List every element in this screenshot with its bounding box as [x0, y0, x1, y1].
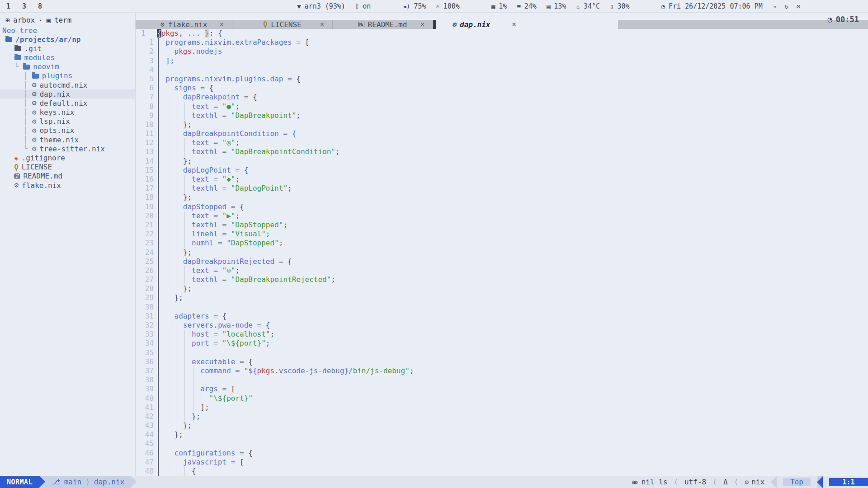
code-line[interactable]: 7 dapBreakpoint = {	[136, 93, 868, 102]
code-line[interactable]: 1{pkgs, ... }: {	[136, 29, 868, 38]
code-line[interactable]: 31 adapters = {	[136, 312, 868, 321]
tree-item-opts-nix[interactable]: │⚙opts.nix	[0, 126, 135, 135]
code-line[interactable]: 45	[136, 439, 868, 448]
tree-item-label: keys.nix	[39, 108, 74, 117]
logout-icon[interactable]: ⇥	[773, 3, 776, 10]
tree-item-lsp-nix[interactable]: │⚙lsp.nix	[0, 117, 135, 126]
code-line[interactable]: 40 "\${port}"	[136, 394, 868, 403]
tree-item-autocmd-nix[interactable]: │⚙autocmd.nix	[0, 80, 135, 89]
tree-item-projects-ar-np[interactable]: /projects/ar/np	[0, 35, 135, 44]
code-line[interactable]: 15 dapLogPoint = {	[136, 166, 868, 175]
code-line[interactable]: 20 text = "▶";	[136, 211, 868, 221]
reboot-icon[interactable]: ↻	[784, 3, 788, 10]
tree-item-default-nix[interactable]: │⚙default.nix	[0, 99, 135, 108]
code-text: host = "localhost";	[157, 330, 274, 338]
code-line[interactable]: 37 command = "${pkgs.vscode-js-debug}/bi…	[136, 366, 868, 375]
code-line[interactable]: 42 };	[136, 412, 868, 421]
code-line[interactable]: 29 };	[136, 293, 868, 302]
tree-item-flake-nix[interactable]: ⚙flake.nix	[0, 181, 135, 190]
code-line[interactable]: 27 texthl = "DapBreakpointRejected";	[136, 275, 868, 284]
code-line[interactable]: 24 };	[136, 248, 868, 257]
code-line[interactable]: 19 dapStopped = {	[136, 202, 868, 211]
code-line[interactable]: 46 configurations = {	[136, 449, 868, 458]
datetime-widget[interactable]: ◔ Fri 26/12/2025 07:06 PM	[661, 2, 763, 10]
code-line[interactable]: 47 javascript = [	[136, 458, 868, 467]
code-line[interactable]: 17 texthl = "DapLogPoint";	[136, 184, 868, 193]
code-line[interactable]: 6 signs = {	[136, 84, 868, 93]
line-number: 12	[136, 138, 154, 147]
code-line[interactable]: 38	[136, 375, 868, 385]
cpu-widget[interactable]: ▦ 1%	[491, 2, 507, 10]
tree-item-plugins[interactable]: │plugins	[0, 71, 135, 80]
code-line[interactable]: 32 servers.pwa-node = {	[136, 321, 868, 330]
code-line[interactable]: 3 ];	[136, 56, 868, 66]
code-line[interactable]: 33 host = "localhost";	[136, 330, 868, 339]
code-line[interactable]: 9 texthl = "DapBreakpoint";	[136, 111, 868, 120]
tree-item-neovim[interactable]: └neovim	[0, 62, 135, 71]
code-line[interactable]: 22 linehl = "Visual";	[136, 230, 868, 239]
tree-item-dap-nix[interactable]: │⚙dap.nix	[0, 89, 135, 99]
code-line[interactable]: 13 texthl = "DapBreakpointCondition";	[136, 147, 868, 156]
code-line[interactable]: 43 };	[136, 421, 868, 430]
tree-item-keys-nix[interactable]: │⚙keys.nix	[0, 108, 135, 117]
code-line[interactable]: 21 texthl = "DapStopped";	[136, 221, 868, 230]
tab-close-icon[interactable]: ×	[420, 20, 425, 28]
indent-guide	[176, 321, 176, 330]
tab-flake-nix[interactable]: ⚙ flake.nix ×	[136, 20, 232, 29]
code-line[interactable]: 34 port = "\${port}";	[136, 339, 868, 348]
workspace-1[interactable]: 1	[6, 2, 10, 10]
tree-item-git[interactable]: .git	[0, 44, 135, 53]
workspace-3[interactable]: 3	[22, 2, 26, 10]
tree-item-readme-md[interactable]: M↓README.md	[0, 172, 135, 181]
power-icon[interactable]: ⊙	[797, 3, 800, 10]
code-line[interactable]: 14 };	[136, 157, 868, 166]
code-line[interactable]: 12 text = "◎";	[136, 138, 868, 147]
code-line[interactable]: 2 pkgs.nodejs	[136, 47, 868, 56]
code-line[interactable]: 36 executable = {	[136, 357, 868, 366]
tree-item-tree-sitter-nix[interactable]: └⚙tree-sitter.nix	[0, 144, 135, 153]
battery-widget[interactable]: ▯ 30%	[610, 2, 630, 10]
code-line[interactable]: 41 ];	[136, 403, 868, 412]
line-number: 17	[136, 184, 154, 193]
code-line[interactable]: 8 text = "●";	[136, 102, 868, 111]
tab-close-icon[interactable]: ×	[320, 20, 324, 28]
code-line[interactable]: 44 };	[136, 430, 868, 439]
line-number: 21	[136, 221, 154, 230]
bluetooth-widget[interactable]: ᛒ on	[355, 2, 371, 10]
tree-item-license[interactable]: ϘLICENSE	[0, 163, 135, 172]
tab-readme-md[interactable]: M↓ README.md ×	[333, 20, 433, 29]
code-line[interactable]: 23 numhl = "DapStopped";	[136, 239, 868, 248]
tab-close-icon[interactable]: ×	[512, 20, 516, 28]
code-line[interactable]: 11 dapBreakpointCondition = {	[136, 129, 868, 138]
code-line[interactable]: 18 };	[136, 193, 868, 202]
tree-item-gitignore[interactable]: ◈.gitignore	[0, 153, 135, 162]
code-line[interactable]: 4	[136, 66, 868, 75]
disk-widget[interactable]: ▤ 13%	[547, 2, 566, 10]
code-line[interactable]: 5 programs.nixvim.plugins.dap = {	[136, 75, 868, 84]
indent-guide	[167, 166, 167, 175]
tree-item-theme-nix[interactable]: │⚙theme.nix	[0, 135, 135, 144]
code-line[interactable]: 30	[136, 303, 868, 312]
tab-license[interactable]: Ϙ LICENSE ×	[232, 20, 333, 29]
tree-item-modules[interactable]: modules	[0, 53, 135, 62]
tree-guide: │	[24, 89, 28, 99]
brightness-widget[interactable]: ☼ 100%	[436, 2, 460, 10]
code-line[interactable]: 1 programs.nixvim.extraPackages = [	[136, 38, 868, 47]
code-line[interactable]: 25 dapBreakpointRejected = {	[136, 257, 868, 266]
tab-dap-nix-active[interactable]: ⚙ dap.nix ×	[436, 20, 618, 29]
code-line[interactable]: 10 };	[136, 120, 868, 129]
memory-widget[interactable]: ≡ 24%	[517, 2, 537, 10]
code-line[interactable]: 39 args = [	[136, 385, 868, 394]
code-line[interactable]: 35	[136, 348, 868, 357]
workspace-8[interactable]: 8	[38, 2, 42, 10]
tab-close-icon[interactable]: ×	[220, 20, 224, 28]
indent-guide	[167, 47, 167, 56]
code-line[interactable]: 26 text = "⊘";	[136, 266, 868, 275]
tree-item-label: default.nix	[39, 99, 87, 108]
code-line[interactable]: 28 };	[136, 284, 868, 293]
network-widget[interactable]: ▼ arn3 (93%)	[297, 2, 345, 10]
volume-widget[interactable]: ◄) 75%	[402, 2, 426, 10]
code-line[interactable]: 16 text = "◆";	[136, 175, 868, 184]
code-line[interactable]: 48 {	[136, 467, 868, 476]
temperature-widget[interactable]: ♨ 34°C	[576, 2, 600, 10]
